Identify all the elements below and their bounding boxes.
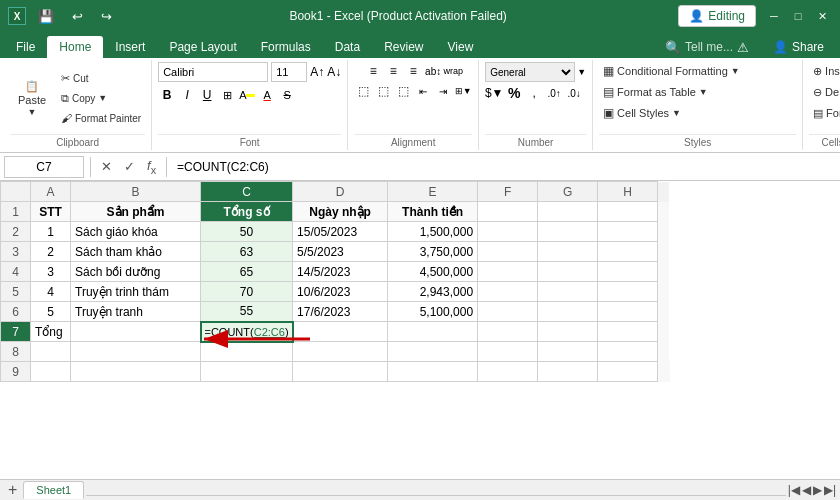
cell-G4[interactable] — [538, 262, 598, 282]
cell-F9[interactable] — [478, 362, 538, 382]
cell-G3[interactable] — [538, 242, 598, 262]
undo-icon[interactable]: ↩ — [66, 7, 89, 26]
sheet-nav-first[interactable]: |◀ — [788, 483, 800, 497]
tab-formulas[interactable]: Formulas — [249, 36, 323, 58]
conditional-formatting-button[interactable]: ▦ Conditional Formatting ▼ — [599, 62, 744, 80]
fill-color-button[interactable]: A — [238, 86, 256, 104]
cell-H4[interactable] — [598, 262, 658, 282]
orientation-button[interactable]: ab↕ — [424, 62, 442, 80]
tab-home[interactable]: Home — [47, 36, 103, 58]
comma-button[interactable]: , — [525, 84, 543, 102]
cell-G6[interactable] — [538, 302, 598, 322]
redo-icon[interactable]: ↪ — [95, 7, 118, 26]
cell-G5[interactable] — [538, 282, 598, 302]
cell-C4[interactable]: 65 — [201, 262, 293, 282]
cell-H9[interactable] — [598, 362, 658, 382]
tab-tell-me[interactable]: 🔍 Tell me... ⚠ — [653, 36, 761, 58]
col-header-D[interactable]: D — [293, 182, 388, 202]
cell-E2[interactable]: 1,500,000 — [388, 222, 478, 242]
col-header-C[interactable]: C — [201, 182, 293, 202]
cell-F8[interactable] — [478, 342, 538, 362]
sheet-nav-last[interactable]: ▶| — [824, 483, 836, 497]
paste-button[interactable]: 📋 Paste ▼ — [10, 69, 54, 127]
cell-B2[interactable]: Sách giáo khóa — [71, 222, 201, 242]
align-top-right-button[interactable]: ≡ — [404, 62, 422, 80]
cell-H1[interactable] — [598, 202, 658, 222]
wrap-text-button[interactable]: wrap — [444, 62, 462, 80]
cell-B8[interactable] — [71, 342, 201, 362]
tab-view[interactable]: View — [436, 36, 486, 58]
cell-A1[interactable]: STT — [31, 202, 71, 222]
insert-cells-button[interactable]: ⊕ Insert ▼ — [809, 62, 840, 80]
cell-C5[interactable]: 70 — [201, 282, 293, 302]
cell-A3[interactable]: 2 — [31, 242, 71, 262]
cell-A8[interactable] — [31, 342, 71, 362]
cell-G9[interactable] — [538, 362, 598, 382]
cell-G2[interactable] — [538, 222, 598, 242]
format-painter-button[interactable]: 🖌 Format Painter — [57, 109, 145, 127]
col-header-E[interactable]: E — [388, 182, 478, 202]
delete-cells-button[interactable]: ⊖ Delete ▼ — [809, 83, 840, 101]
cell-B9[interactable] — [71, 362, 201, 382]
border-button[interactable]: ⊞ — [218, 86, 236, 104]
cell-B3[interactable]: Sách tham khảo — [71, 242, 201, 262]
cell-F1[interactable] — [478, 202, 538, 222]
cell-C2[interactable]: 50 — [201, 222, 293, 242]
align-top-left-button[interactable]: ≡ — [364, 62, 382, 80]
cell-G8[interactable] — [538, 342, 598, 362]
cell-B5[interactable]: Truyện trinh thám — [71, 282, 201, 302]
font-color-button[interactable]: A — [258, 86, 276, 104]
cell-G1[interactable] — [538, 202, 598, 222]
cell-E8[interactable] — [388, 342, 478, 362]
sheet-tab-sheet1[interactable]: Sheet1 — [23, 481, 84, 499]
align-center-button[interactable]: ⬚ — [374, 82, 392, 100]
font-name-input[interactable] — [158, 62, 268, 82]
currency-button[interactable]: $▼ — [485, 84, 503, 102]
cell-F6[interactable] — [478, 302, 538, 322]
cell-C7[interactable]: =COUNT(C2:C6) — [201, 322, 293, 342]
cell-D6[interactable]: 17/6/2023 — [293, 302, 388, 322]
cell-B4[interactable]: Sách bồi dưỡng — [71, 262, 201, 282]
cell-D7[interactable] — [293, 322, 388, 342]
cell-D4[interactable]: 14/5/2023 — [293, 262, 388, 282]
cell-E3[interactable]: 3,750,000 — [388, 242, 478, 262]
cancel-formula-icon[interactable]: ✕ — [97, 157, 116, 176]
percent-button[interactable]: % — [505, 84, 523, 102]
italic-button[interactable]: I — [178, 86, 196, 104]
merge-button[interactable]: ⊞▼ — [454, 82, 472, 100]
cut-button[interactable]: ✂ Cut — [57, 69, 145, 87]
cell-G7[interactable] — [538, 322, 598, 342]
tab-share[interactable]: 👤 Share — [761, 36, 836, 58]
cell-E7[interactable] — [388, 322, 478, 342]
excel-table-container[interactable]: A B C D E F G H 1 STT Sản phẩm Tổng số — [0, 181, 840, 479]
cell-A9[interactable] — [31, 362, 71, 382]
formula-input[interactable] — [173, 156, 836, 178]
cell-D2[interactable]: 15/05/2023 — [293, 222, 388, 242]
tab-insert[interactable]: Insert — [103, 36, 157, 58]
strikethrough-button[interactable]: S — [278, 86, 296, 104]
cell-styles-button[interactable]: ▣ Cell Styles ▼ — [599, 104, 685, 122]
cell-D3[interactable]: 5/5/2023 — [293, 242, 388, 262]
cell-D8[interactable] — [293, 342, 388, 362]
cell-A2[interactable]: 1 — [31, 222, 71, 242]
decrease-decimal-button[interactable]: .0↓ — [565, 84, 583, 102]
cell-C1[interactable]: Tổng số — [201, 202, 293, 222]
cell-D1[interactable]: Ngày nhập — [293, 202, 388, 222]
cell-F5[interactable] — [478, 282, 538, 302]
col-header-A[interactable]: A — [31, 182, 71, 202]
tab-file[interactable]: File — [4, 36, 47, 58]
cell-B6[interactable]: Truyện tranh — [71, 302, 201, 322]
cell-E1[interactable]: Thành tiền — [388, 202, 478, 222]
minimize-button[interactable]: ─ — [764, 6, 784, 26]
font-shrink-icon[interactable]: A↓ — [327, 65, 341, 79]
increase-indent-button[interactable]: ⇥ — [434, 82, 452, 100]
cell-F3[interactable] — [478, 242, 538, 262]
cell-C9[interactable] — [201, 362, 293, 382]
cell-H3[interactable] — [598, 242, 658, 262]
close-button[interactable]: ✕ — [812, 6, 832, 26]
cell-H7[interactable] — [598, 322, 658, 342]
cell-C8[interactable] — [201, 342, 293, 362]
tab-data[interactable]: Data — [323, 36, 372, 58]
cell-D5[interactable]: 10/6/2023 — [293, 282, 388, 302]
add-sheet-icon[interactable]: + — [4, 481, 21, 499]
